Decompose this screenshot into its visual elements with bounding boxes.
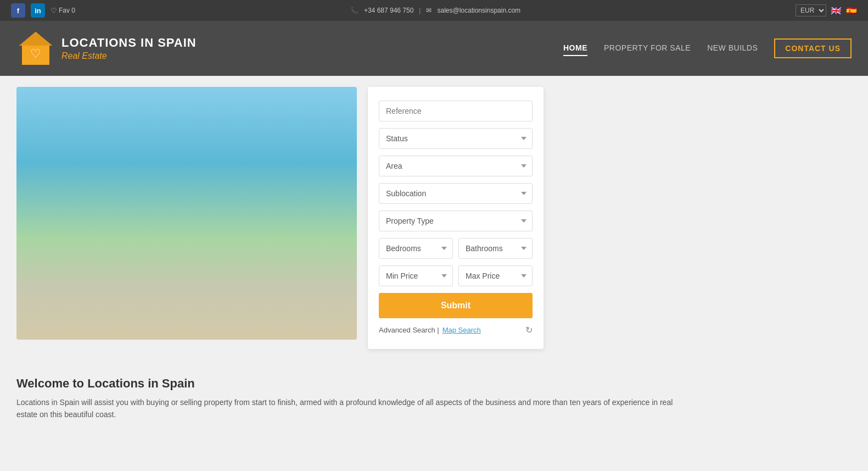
- logo-house-icon: ♡: [16, 29, 55, 68]
- bathrooms-select[interactable]: Bathrooms: [458, 238, 533, 259]
- brand-name: LOCATIONS IN SPAIN: [61, 36, 197, 50]
- nav-new-builds[interactable]: NEW BUILDS: [707, 41, 758, 56]
- min-price-select[interactable]: Min Price: [379, 265, 453, 286]
- phone-number: +34 687 946 750: [364, 7, 413, 14]
- welcome-text: Locations in Spain will assist you with …: [16, 396, 675, 421]
- site-header: ♡ LOCATIONS IN SPAIN Real Estate HOME PR…: [0, 21, 868, 76]
- favorites-link[interactable]: ♡ Fav 0: [51, 7, 75, 15]
- property-type-select[interactable]: Property Type: [379, 210, 533, 231]
- flag-uk[interactable]: 🇬🇧: [831, 5, 842, 16]
- svg-text:♡: ♡: [30, 47, 41, 60]
- reference-input[interactable]: [379, 101, 533, 121]
- svg-marker-3: [19, 32, 52, 46]
- phone-icon: 📞: [350, 7, 359, 14]
- top-bar: f in ♡ Fav 0 📞 +34 687 946 750 | ✉ sales…: [0, 0, 868, 21]
- nav-property-for-sale[interactable]: PROPERTY FOR SALE: [604, 41, 691, 56]
- status-select[interactable]: Status: [379, 128, 533, 149]
- linkedin-icon[interactable]: in: [31, 3, 45, 18]
- price-row: Min Price Max Price: [379, 265, 533, 286]
- nav-home[interactable]: HOME: [563, 41, 587, 56]
- welcome-title: Welcome to Locations in Spain: [16, 376, 852, 391]
- advanced-search-label: Advanced Search |: [379, 326, 439, 334]
- currency-select[interactable]: EUR: [796, 4, 826, 16]
- sublocation-select[interactable]: Sublocation: [379, 183, 533, 204]
- email-icon: ✉: [426, 7, 432, 14]
- bedrooms-select[interactable]: Bedrooms: [379, 238, 453, 259]
- email-address: sales@locationsinspain.com: [437, 7, 520, 14]
- logo-text: LOCATIONS IN SPAIN Real Estate: [61, 36, 197, 61]
- fav-count: Fav 0: [59, 7, 75, 14]
- area-select[interactable]: Area: [379, 156, 533, 176]
- reset-icon[interactable]: ↻: [525, 325, 533, 335]
- main-nav: HOME PROPERTY FOR SALE NEW BUILDS CONTAC…: [563, 38, 852, 58]
- flag-es[interactable]: 🇪🇸: [846, 5, 857, 16]
- bed-bath-row: Bedrooms Bathrooms: [379, 238, 533, 259]
- nav-contact-us[interactable]: CONTACT US: [774, 38, 852, 58]
- social-links: f in ♡ Fav 0: [11, 3, 75, 18]
- hero-image: 🌴 🌴 🌿: [16, 87, 357, 340]
- heart-icon: ♡: [51, 7, 57, 15]
- separator: |: [419, 7, 421, 14]
- welcome-section: Welcome to Locations in Spain Locations …: [0, 360, 868, 432]
- brand-sub: Real Estate: [61, 51, 197, 61]
- search-links: Advanced Search | Map Search ↻: [379, 325, 533, 335]
- logo[interactable]: ♡ LOCATIONS IN SPAIN Real Estate: [16, 29, 197, 68]
- map-search-link[interactable]: Map Search: [443, 326, 481, 334]
- search-panel: Status Area Sublocation Property Type Be…: [368, 87, 544, 349]
- content-area: 🌴 🌴 🌿 Status Area Sublocation Property T…: [0, 76, 868, 360]
- max-price-select[interactable]: Max Price: [458, 265, 533, 286]
- contact-info: 📞 +34 687 946 750 | ✉ sales@locationsins…: [350, 7, 520, 14]
- submit-button[interactable]: Submit: [379, 293, 533, 318]
- locale-controls: EUR 🇬🇧 🇪🇸: [796, 4, 857, 16]
- facebook-icon[interactable]: f: [11, 3, 25, 18]
